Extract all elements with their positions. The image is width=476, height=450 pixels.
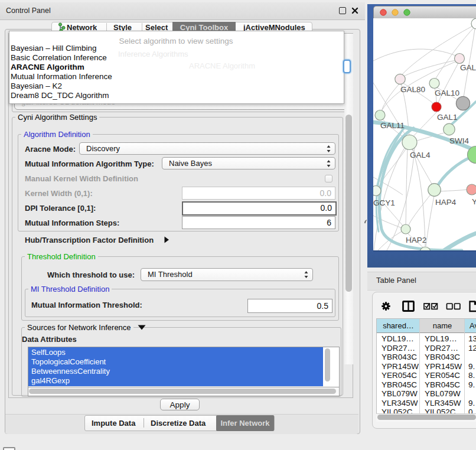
svg-text:GAL10: GAL10 (435, 89, 459, 97)
svg-text:YJ: YJ (472, 197, 476, 206)
svg-text:GAL11: GAL11 (380, 121, 405, 130)
svg-text:GAL4: GAL4 (410, 151, 431, 159)
svg-text:GAL80: GAL80 (400, 85, 425, 94)
svg-text:GCY1: GCY1 (373, 198, 395, 207)
svg-text:HAP4: HAP4 (435, 198, 457, 207)
svg-text:GAL7: GAL7 (460, 63, 476, 72)
svg-text:GAL1: GAL1 (437, 113, 458, 122)
svg-text:SWI4: SWI4 (449, 136, 469, 145)
svg-text:HAP2: HAP2 (406, 236, 426, 244)
